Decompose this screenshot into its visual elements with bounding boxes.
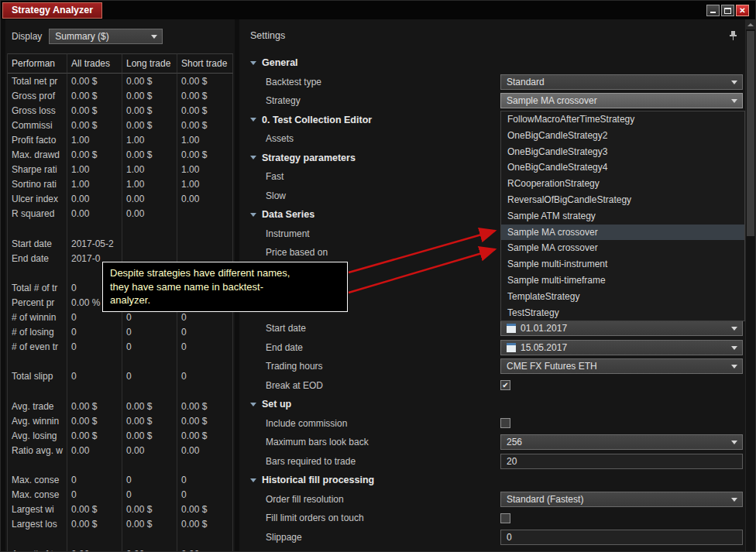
annotation-line: analyzer. (110, 293, 340, 307)
order-fill-resolution-select[interactable]: Standard (Fastest) (500, 492, 743, 507)
strategy-select[interactable]: Sample MA crossover (500, 93, 743, 108)
chevron-down-icon (731, 346, 737, 350)
setting-label: Slow (239, 190, 286, 201)
group-label: Historical fill processing (262, 475, 374, 485)
break-at-eod-checkbox[interactable]: ✔ (500, 380, 510, 390)
group-label: General (262, 57, 298, 68)
table-row-label: End date (8, 251, 67, 266)
display-row: Display Summary ($) (12, 29, 163, 44)
table-cell: 1.00 (122, 177, 177, 192)
setting-label: Backtest type (239, 77, 321, 87)
strategy-option[interactable]: OneBigCandleStrategy3 (501, 144, 744, 160)
minimize-button[interactable] (706, 5, 720, 16)
table-cell: 0 (177, 369, 233, 384)
pin-icon[interactable] (729, 30, 737, 43)
table-row-label (8, 221, 67, 236)
table-cell (67, 384, 122, 399)
table-cell: 0.00 $ (122, 118, 177, 132)
window-title-tab[interactable]: Strategy Analyzer (2, 2, 102, 19)
maximum-bars-look-back-select[interactable]: 256 (500, 434, 743, 450)
titlebar[interactable]: Strategy Analyzer ✕ (1, 1, 755, 19)
table-row-label: Largest los (8, 517, 67, 532)
table-cell: 0 (122, 473, 177, 488)
expander-icon[interactable] (250, 61, 256, 65)
table-cell (122, 221, 177, 236)
annotation-box: Despite strategies have different names,… (102, 262, 348, 312)
settings-row-order-fill-resolution: Order fill resolutionStandard (Fastest) (239, 490, 747, 509)
start-date-date-field[interactable]: 01.01.2017 (500, 321, 743, 336)
combo-value: Sample MA crossover (507, 95, 597, 106)
table-row-label: # of losing (8, 325, 67, 340)
table-cell (177, 221, 233, 236)
combo-value: 256 (507, 437, 522, 447)
display-select[interactable]: Summary ($) (49, 29, 163, 44)
settings-row-strategy: StrategySample MA crossover (239, 91, 747, 111)
table-cell: 0.00 (67, 443, 122, 458)
slippage-input[interactable]: 0 (500, 530, 743, 545)
table-cell: 0 (122, 340, 177, 355)
scrollbar-thumb[interactable] (747, 31, 754, 236)
backtest-type-select[interactable]: Standard (500, 74, 743, 90)
table-cell: 0.00 $ (122, 399, 177, 413)
annotation-line: they have same name in backtest- (110, 280, 340, 294)
strategy-option[interactable]: RCooperationStrategy (501, 176, 744, 192)
settings-row-set-up[interactable]: Set up (239, 395, 747, 414)
table-cell: 0.00 $ (67, 517, 122, 532)
strategy-option[interactable]: OneBigCandleStrategy2 (501, 128, 744, 144)
close-button[interactable]: ✕ (736, 5, 749, 16)
setting-label: Fast (239, 171, 284, 182)
maximize-button[interactable] (721, 5, 734, 16)
calendar-icon (507, 343, 516, 352)
table-cell (177, 207, 233, 221)
table-cell: 0 (122, 325, 177, 340)
table-cell: 0.00 $ (67, 88, 122, 103)
settings-row-general[interactable]: General (239, 53, 747, 73)
chevron-down-icon (731, 99, 737, 103)
table-row-label: Max. conse (8, 488, 67, 502)
strategy-option[interactable]: TestStrategy (501, 305, 744, 321)
table-cell: 0.00 $ (122, 502, 177, 517)
strategy-option[interactable]: OneBigCandleStrategy4 (501, 159, 744, 176)
table-row-label: Start date (8, 236, 67, 251)
table-cell (122, 458, 177, 472)
fill-limit-orders-on-touch-checkbox[interactable] (500, 513, 510, 523)
strategy-option[interactable]: Sample multi-timeframe (501, 273, 744, 289)
table-cell: 0.00 (122, 547, 177, 551)
trading-hours-select[interactable]: CME FX Futures ETH (500, 358, 743, 374)
table-cell: 0 (67, 473, 122, 488)
triangle-up-icon (747, 23, 754, 26)
expander-icon[interactable] (250, 156, 256, 159)
table-cell: 0.00 $ (122, 103, 177, 118)
expander-icon[interactable] (250, 478, 256, 482)
strategy-option[interactable]: Sample multi-instrument (501, 256, 744, 273)
expander-icon[interactable] (250, 403, 256, 406)
table-row-label: Total # of tr (8, 280, 67, 295)
strategy-option[interactable]: Sample ATM strategy (501, 208, 744, 225)
table-cell: 0.00 (177, 547, 233, 551)
setting-label: Fill limit orders on touch (239, 513, 364, 523)
settings-row-bars-required-to-trade: Bars required to trade20 (239, 452, 747, 471)
strategy-option[interactable]: FollowMacroAfterTimeStrategy (501, 111, 744, 128)
setting-value: ✔ (500, 378, 743, 393)
table-header-3: Short trade (177, 53, 233, 74)
table-row-label: Total slipp (8, 369, 67, 384)
strategy-option[interactable]: TemplateStrategy (501, 289, 744, 305)
scroll-up-button[interactable] (746, 19, 755, 29)
table-header-0: Performan (8, 53, 67, 74)
settings-row-maximum-bars-look-back: Maximum bars look back256 (239, 433, 747, 452)
strategy-option[interactable]: ReversalOfBigCandleStrategy (501, 192, 744, 208)
setting-label: Order fill resolution (239, 494, 344, 505)
table-cell (177, 458, 233, 472)
vertical-scrollbar[interactable] (745, 19, 755, 551)
settings-row-trading-hours: Trading hoursCME FX Futures ETH (239, 357, 747, 376)
include-commission-checkbox[interactable] (500, 418, 510, 428)
bars-required-to-trade-input[interactable]: 20 (500, 454, 743, 469)
strategy-option[interactable]: Sample MA crossover (501, 225, 744, 241)
end-date-date-field[interactable]: 15.05.2017 (500, 340, 743, 355)
combo-value: Standard (Fastest) (507, 494, 583, 505)
expander-icon[interactable] (250, 118, 256, 122)
settings-row-historical-fill-processing[interactable]: Historical fill processing (239, 471, 747, 490)
expander-icon[interactable] (250, 213, 256, 217)
table-cell: 1.00 (67, 132, 122, 147)
strategy-option[interactable]: Sample MA crossover (501, 240, 744, 256)
